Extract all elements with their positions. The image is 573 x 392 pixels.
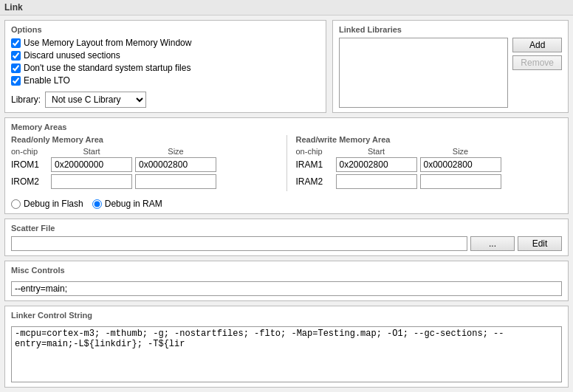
enable-lto-checkbox[interactable] [11,76,21,86]
content-area: Options Use Memory Layout from Memory Wi… [0,16,573,392]
misc-controls-title: Misc Controls [11,266,562,275]
iram2-size-input[interactable] [420,174,501,189]
scatter-file-title: Scatter File [11,224,562,233]
irom2-size-input[interactable] [135,174,216,189]
iram2-start-input[interactable] [336,174,417,189]
checkbox-row-3: Don't use the standard system startup fi… [11,63,320,73]
discard-unused-checkbox[interactable] [11,51,21,61]
iram1-start-input[interactable] [336,157,417,172]
memory-areas-title: Memory Areas [11,123,562,131]
no-startup-files-checkbox[interactable] [11,63,21,73]
window-title: Link [4,2,23,13]
readwrite-memory-section: Read/write Memory Area on-chip Start Siz… [296,135,563,191]
iram1-size-input[interactable] [420,157,501,172]
options-panel: Options Use Memory Layout from Memory Wi… [4,20,326,113]
debug-flash-radio[interactable] [11,199,21,209]
linked-libraries-listbox[interactable] [339,38,508,108]
readonly-header: on-chip Start Size [11,147,278,156]
memory-divider [286,135,287,191]
title-bar: Link [0,0,573,16]
linked-libraries-panel: Linked Libraries Add Remove [332,20,569,113]
iram2-row: IRAM2 [296,174,563,189]
scatter-inner: ... Edit [11,236,562,251]
main-window: Link Options Use Memory Layout from Memo… [0,0,573,392]
debug-flash-label: Debug in Flash [24,199,83,209]
iram1-row: IRAM1 [296,157,563,172]
readonly-chip-col: on-chip [11,147,48,156]
readwrite-title: Read/write Memory Area [296,135,563,144]
linked-libraries-title: Linked Libraries [339,25,562,34]
use-memory-layout-label: Use Memory Layout from Memory Window [24,38,191,48]
options-title: Options [11,25,320,34]
linker-control-title: Linker Control String [11,311,562,320]
readwrite-size-col: Size [420,147,501,156]
debug-ram-radio[interactable] [92,199,102,209]
linker-control-panel: Linker Control String [4,306,569,388]
scatter-edit-button[interactable]: Edit [518,236,562,251]
readonly-memory-section: Read/only Memory Area on-chip Start Size… [11,135,278,191]
checkbox-row-2: Discard unused sections [11,50,320,61]
scatter-file-panel: Scatter File ... Edit [4,219,569,256]
use-memory-layout-checkbox[interactable] [11,38,21,48]
linker-control-textarea[interactable] [11,326,562,382]
scatter-browse-button[interactable]: ... [470,236,515,251]
readonly-size-col: Size [135,147,216,156]
readwrite-header: on-chip Start Size [296,147,563,156]
iram2-label: IRAM2 [296,176,333,187]
debug-ram-item: Debug in RAM [92,199,162,209]
debug-row: Debug in Flash Debug in RAM [11,196,562,209]
irom2-start-input[interactable] [51,174,132,189]
misc-controls-input[interactable] [11,281,562,296]
library-select[interactable]: Not use C Library Use C Library Use Smal… [45,92,146,108]
debug-ram-label: Debug in RAM [105,199,162,209]
checkbox-row-1: Use Memory Layout from Memory Window [11,38,320,48]
irom1-size-input[interactable] [135,157,216,172]
readonly-start-col: Start [51,147,132,156]
memory-areas-panel: Memory Areas Read/only Memory Area on-ch… [4,117,569,214]
irom2-label: IROM2 [11,176,48,187]
libs-buttons: Add Remove [512,38,562,108]
readwrite-start-col: Start [336,147,417,156]
readwrite-chip-col: on-chip [296,147,333,156]
checkbox-row-4: Enable LTO [11,75,320,86]
linked-libs-inner: Add Remove [339,38,562,108]
irom1-row: IROM1 [11,157,278,172]
scatter-file-input[interactable] [11,236,467,251]
irom1-label: IROM1 [11,159,48,170]
top-row: Options Use Memory Layout from Memory Wi… [4,20,569,113]
memory-row: Read/only Memory Area on-chip Start Size… [11,135,562,191]
readonly-title: Read/only Memory Area [11,135,278,144]
debug-flash-item: Debug in Flash [11,199,83,209]
irom1-start-input[interactable] [51,157,132,172]
iram1-label: IRAM1 [296,159,333,170]
remove-library-button[interactable]: Remove [512,55,562,70]
library-row: Library: Not use C Library Use C Library… [11,92,320,108]
add-library-button[interactable]: Add [512,38,562,52]
enable-lto-label: Enable LTO [24,75,70,86]
discard-unused-label: Discard unused sections [24,50,120,61]
irom2-row: IROM2 [11,174,278,189]
misc-controls-panel: Misc Controls [4,261,569,301]
library-label: Library: [11,94,41,105]
no-startup-files-label: Don't use the standard system startup fi… [24,63,191,73]
